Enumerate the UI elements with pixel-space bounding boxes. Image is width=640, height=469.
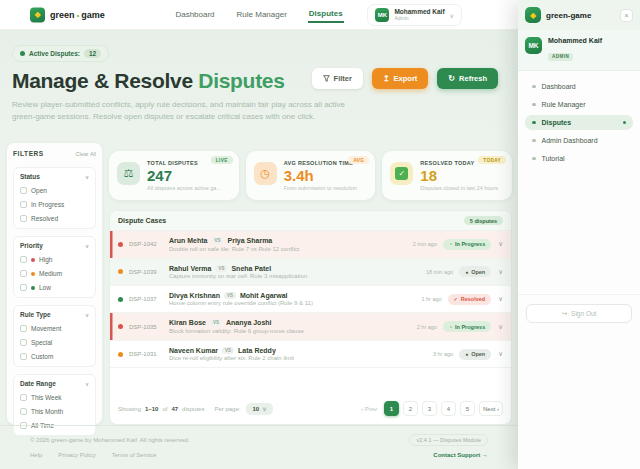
timestamp: 18 min ago [426,269,453,275]
table-row[interactable]: DSP-1039 Rahul VermaVSSneha Patel Captur… [110,259,511,286]
checkbox[interactable] [20,325,27,332]
prev-page-button[interactable]: ‹ Prev [358,401,380,416]
main-nav: Dashboard Rule Manager Disputes [150,0,368,29]
nav-dashboard[interactable]: Dashboard [174,7,215,22]
chevron-down-icon: ∨ [85,243,89,249]
expand-chevron-icon[interactable]: ∨ [498,350,503,358]
filter-priority-medium[interactable]: Medium [20,270,89,277]
filter-section-rule-type-header[interactable]: Rule Type∨ [20,311,89,318]
priority-dot-icon [118,297,123,302]
drawer-item-disputes[interactable]: Disputes [525,115,633,130]
checkbox[interactable] [20,339,27,346]
table-row[interactable]: DSP-1037 Divya KrishnanVSMohit Agarwal H… [110,286,511,313]
filter-priority-low[interactable]: Low [20,284,89,291]
checkbox[interactable] [20,353,27,360]
nav-disputes[interactable]: Disputes [308,6,344,23]
scales-icon: ⚖ [117,162,140,185]
page-4-button[interactable]: 4 [441,401,456,416]
avatar: MK [375,8,389,22]
user-menu[interactable]: MK Mohammed Kaif Admin ∨ [367,4,462,26]
brand-logo[interactable]: ◆ green•game [30,7,105,22]
dispute-count-badge: 5 disputes [464,216,503,225]
export-button[interactable]: ↥ Export [372,68,428,89]
sign-out-button[interactable]: ↪ Sign Out [526,304,632,323]
player1-name: Naveen Kumar [169,347,218,354]
checkmark-icon: ✓ [390,162,413,185]
vs-chip: VS [212,237,224,244]
page-5-button[interactable]: 5 [460,401,475,416]
filter-section-priority-header[interactable]: Priority∨ [20,242,89,249]
filter-date-this-week[interactable]: This Week [20,394,89,401]
check-icon: ✓ [454,296,458,302]
filter-status-resolved[interactable]: Resolved [20,215,89,222]
expand-chevron-icon[interactable]: ∨ [498,295,503,303]
close-icon[interactable]: × [620,9,633,22]
footer-link-terms[interactable]: Terms of Service [112,452,157,458]
filter-section-date-range-header[interactable]: Date Range∨ [20,380,89,387]
priority-dot-icon [118,324,123,329]
filter-priority-high[interactable]: High [20,256,89,263]
next-page-button[interactable]: Next › [479,401,503,416]
checkbox[interactable] [20,408,27,415]
expand-chevron-icon[interactable]: ∨ [498,240,503,248]
priority-dot-icon [118,269,123,274]
refresh-button[interactable]: ↻ Refresh [437,68,498,89]
filter-button[interactable]: Filter [312,68,363,89]
contact-support-link[interactable]: Contact Support → [433,452,488,458]
export-icon: ↥ [383,75,390,83]
checkbox[interactable] [20,256,27,263]
drawer-spacer [518,169,640,294]
timestamp: 2 hr ago [417,324,437,330]
active-disputes-count: 12 [84,49,101,58]
filter-rule-special[interactable]: Special [20,339,89,346]
stopwatch-icon: ◷ [254,162,277,185]
filter-status-open[interactable]: Open [20,187,89,194]
checkbox[interactable] [20,187,27,194]
checkbox[interactable] [20,270,27,277]
expand-chevron-icon[interactable]: ∨ [498,268,503,276]
drawer-item-admin-dashboard[interactable]: Admin Dashboard [525,133,633,148]
stat-value: 247 [147,167,222,184]
nav-rule-manager[interactable]: Rule Manager [236,7,288,22]
in-progress-icon: ◔ [449,324,452,330]
drawer-item-dashboard[interactable]: Dashboard [525,79,633,94]
checkbox[interactable] [20,284,27,291]
avg-badge: AVG [348,156,369,164]
page-2-button[interactable]: 2 [403,401,418,416]
stat-label: AVG RESOLUTION TIME [284,160,357,166]
table-row[interactable]: DSP-1042 Arun MehtaVSPriya Sharma Double… [110,231,511,258]
panel-title: Dispute Cases [118,217,166,224]
drawer-item-rule-manager[interactable]: Rule Manager [525,97,633,112]
expand-chevron-icon[interactable]: ∨ [498,323,503,331]
stat-value: 3.4h [284,167,357,184]
drawer-item-tutorial[interactable]: Tutorial [525,151,633,166]
footer-link-help[interactable]: Help [30,452,42,458]
timestamp: 1 hr ago [421,296,441,302]
checkbox[interactable] [20,215,27,222]
filter-rule-movement[interactable]: Movement [20,325,89,332]
stat-resolved-today: ✓ RESOLVED TODAY 18 Disputes closed in l… [382,151,512,200]
footer-link-privacy[interactable]: Privacy Policy [58,452,95,458]
table-row[interactable]: DSP-1031 Naveen KumarVSLata Reddy Dice r… [110,341,511,368]
filter-date-this-month[interactable]: This Month [20,408,89,415]
filter-rule-custom[interactable]: Custom [20,353,89,360]
filter-section-status-header[interactable]: Status∨ [20,173,89,180]
dispute-id: DSP-1031 [129,351,163,357]
checkbox[interactable] [20,394,27,401]
table-row[interactable]: DSP-1035 Kiran BoseVSAnanya Joshi Block … [110,313,511,340]
filters-panel: FILTERS Clear All Status∨ Open In Progre… [6,142,103,425]
page-1-button[interactable]: 1 [384,401,399,416]
checkbox[interactable] [20,201,27,208]
bullet-dot-icon [532,85,536,89]
page-3-button[interactable]: 3 [422,401,437,416]
status-badge: ●Open [459,266,491,277]
open-dot-icon: ● [465,351,468,357]
brand-name: green•game [50,10,105,20]
filter-status-in-progress[interactable]: In Progress [20,201,89,208]
low-priority-dot-icon [31,286,35,290]
dispute-summary: Dice re-roll eligibility after six: Rule… [169,355,427,361]
per-page-select[interactable]: 10∨ [246,403,272,415]
clear-all-link[interactable]: Clear All [76,151,96,157]
dispute-id: DSP-1039 [129,269,163,275]
player2-name: Sneha Patel [231,265,271,272]
